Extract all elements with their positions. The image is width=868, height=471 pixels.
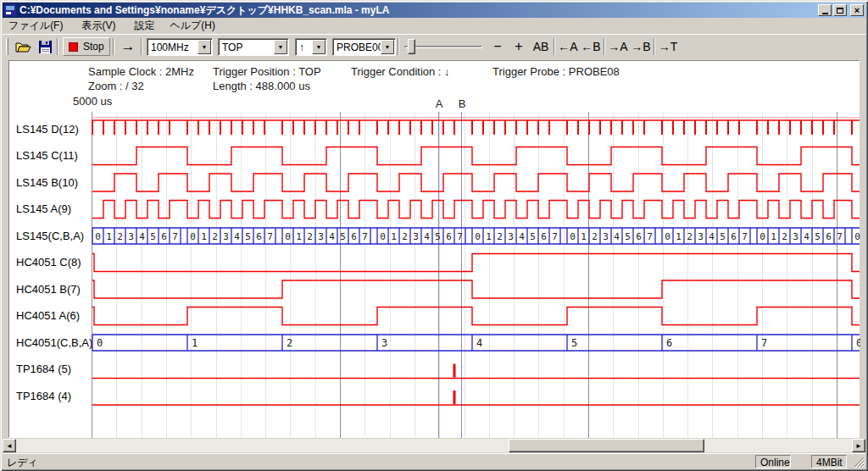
- trigger-position-combo[interactable]: TOP ▼: [218, 38, 289, 56]
- stop-icon: [69, 42, 78, 52]
- minimize-button[interactable]: [818, 4, 832, 16]
- trigger-edge-combo[interactable]: ↑ ▼: [295, 38, 327, 56]
- bus-value-ls145-bus: 7: [647, 231, 653, 242]
- zoom-slider-track[interactable]: [404, 46, 482, 48]
- prev-b-button[interactable]: ←B: [580, 37, 602, 56]
- bus-value-ls145-bus: 4: [519, 231, 525, 242]
- scroll-left-button[interactable]: ◄: [3, 439, 16, 452]
- menu-bar: ファイル(F) 表示(V) 設定 ヘルプ(H): [3, 19, 865, 33]
- bus-value-ls145-bus: 2: [307, 231, 313, 242]
- dropdown-arrow-icon[interactable]: ▼: [274, 40, 287, 54]
- bus-value-ls145-bus: 6: [826, 231, 832, 242]
- single-run-button[interactable]: →: [118, 37, 138, 56]
- prev-a-button[interactable]: ←A: [557, 37, 579, 56]
- resize-grip-icon[interactable]: [854, 457, 865, 468]
- status-memory-badge: 4MBit: [811, 455, 847, 468]
- ab-label: AB: [533, 40, 549, 53]
- bus-value-ls145-bus: 7: [362, 231, 368, 242]
- bus-value-ls145-bus: 0: [570, 231, 576, 242]
- bus-value-hc4051-bus: 5: [571, 337, 577, 349]
- menu-view[interactable]: 表示(V): [75, 18, 121, 34]
- zoom-in-button[interactable]: +: [509, 37, 529, 56]
- toolbar: Stop → 100MHz ▼ TOP ▼ ↑ ▼ PROBE00 ▼ − + …: [3, 34, 865, 58]
- bus-value-ls145-bus: 5: [530, 231, 536, 242]
- bus-value-ls145-bus: 3: [318, 231, 324, 242]
- wave-hc4051-b7: [92, 280, 860, 298]
- save-button[interactable]: [35, 37, 55, 56]
- open-folder-icon: [15, 41, 31, 53]
- sample-rate-value: 100MHz: [147, 42, 198, 53]
- bus-value-hc4051-bus: 2: [287, 337, 292, 349]
- maximize-button[interactable]: [833, 4, 847, 16]
- bus-value-ls145-bus: 7: [552, 231, 558, 242]
- maximize-icon: [837, 8, 843, 14]
- bus-value-hc4051-bus: 1: [192, 337, 198, 349]
- bus-value-ls145-bus: 5: [815, 231, 821, 242]
- goto-trigger-button[interactable]: →T: [657, 37, 679, 56]
- zoom-out-icon: −: [493, 39, 501, 54]
- toolbar-separator: [113, 38, 114, 55]
- bus-value-ls145-bus: 6: [351, 231, 357, 242]
- wave-hc4051-c8: [92, 254, 860, 272]
- bus-value-ls145-bus: 0: [475, 231, 481, 242]
- wave-ls145-c11: [92, 147, 860, 165]
- ab-button[interactable]: AB: [530, 37, 552, 56]
- bus-value-ls145-bus: 3: [603, 231, 609, 242]
- bus-value-ls145-bus: 2: [402, 231, 408, 242]
- app-icon: [4, 4, 16, 16]
- bus-value-ls145-bus: 4: [139, 231, 145, 242]
- bus-value-ls145-bus: 3: [128, 231, 134, 242]
- trigger-position-value: TOP: [219, 42, 274, 53]
- open-button[interactable]: [13, 37, 33, 56]
- bus-value-ls145-bus: 1: [771, 231, 776, 242]
- status-bar: レディ Online 4MBit: [3, 453, 865, 468]
- sample-rate-combo[interactable]: 100MHz ▼: [147, 38, 213, 56]
- trigger-probe-value: PROBE00: [333, 42, 381, 53]
- minimize-icon: [822, 13, 828, 14]
- bus-value-ls145-bus: 0: [285, 231, 291, 242]
- scroll-right-button[interactable]: ►: [852, 439, 865, 452]
- scroll-thumb[interactable]: [509, 439, 704, 452]
- stop-button[interactable]: Stop: [63, 37, 110, 56]
- bus-value-ls145-bus: 5: [340, 231, 346, 242]
- next-b-button[interactable]: →B: [630, 37, 652, 56]
- bus-value-ls145-bus: 0: [95, 231, 101, 242]
- zoom-slider-handle[interactable]: [408, 39, 415, 54]
- trigger-probe-combo[interactable]: PROBE00 ▼: [332, 38, 396, 56]
- bus-value-ls145-bus: 2: [687, 231, 693, 242]
- bus-value-ls145-bus: 3: [413, 231, 419, 242]
- prev-a-label: ←A: [558, 40, 577, 53]
- bus-value-hc4051-bus: 6: [666, 337, 672, 349]
- bus-value-ls145-bus: 4: [709, 231, 715, 242]
- bus-value-ls145-bus: 7: [172, 231, 178, 242]
- next-a-button[interactable]: →A: [607, 37, 629, 56]
- menu-file[interactable]: ファイル(F): [3, 18, 69, 34]
- dropdown-arrow-icon[interactable]: ▼: [198, 40, 211, 54]
- bus-value-ls145-bus: 6: [161, 231, 167, 242]
- window-title: C:¥Documents and Settings¥noname¥デスクトップ¥…: [19, 3, 818, 18]
- toolbar-separator: [654, 38, 655, 55]
- close-button[interactable]: ×: [850, 4, 864, 16]
- dropdown-arrow-icon[interactable]: ▼: [312, 40, 326, 54]
- bus-value-ls145-bus: 4: [614, 231, 620, 242]
- bus-value-hc4051-bus: 7: [761, 337, 767, 349]
- bus-value-ls145-bus: 3: [793, 231, 798, 242]
- waveform-svg: AB01234567012345670123456701234567012345…: [9, 61, 860, 439]
- dropdown-arrow-icon[interactable]: ▼: [381, 40, 394, 54]
- zoom-out-button[interactable]: −: [487, 37, 508, 56]
- menu-help[interactable]: ヘルプ(H): [164, 18, 221, 34]
- title-bar[interactable]: C:¥Documents and Settings¥noname¥デスクトップ¥…: [3, 3, 865, 18]
- bus-value-ls145-bus: 1: [296, 231, 302, 242]
- close-icon: ×: [854, 6, 860, 14]
- bus-value-ls145-bus: 5: [245, 231, 251, 242]
- bus-value-ls145-bus: 3: [508, 231, 514, 242]
- bus-value-ls145-bus: 6: [636, 231, 642, 242]
- bus-value-ls145-bus: 6: [541, 231, 547, 242]
- cursor-b-label: B: [459, 97, 466, 110]
- bus-value-ls145-bus: 1: [676, 231, 682, 242]
- toolbar-grip[interactable]: [6, 38, 8, 55]
- menu-settings[interactable]: 設定: [128, 18, 160, 34]
- bus-value-ls145-bus: 4: [234, 231, 240, 242]
- bus-value-ls145-bus: 7: [837, 231, 843, 242]
- horizontal-scrollbar[interactable]: ◄ ►: [3, 439, 865, 452]
